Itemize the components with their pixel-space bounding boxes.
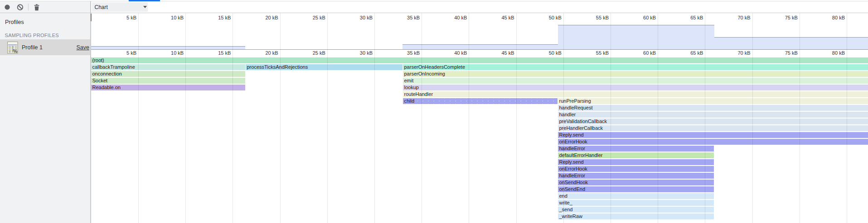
svg-text:%: % xyxy=(13,48,18,54)
